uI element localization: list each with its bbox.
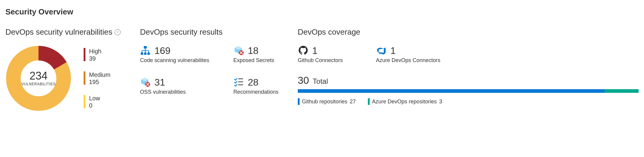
coverage-legend-azure[interactable]: Azure DevOps repositories 3 xyxy=(368,98,442,105)
info-icon[interactable]: i xyxy=(115,29,121,35)
coverage-legend-azure-label: Azure DevOps repositories xyxy=(372,99,437,105)
results-title: DevOps security results xyxy=(140,27,278,37)
metric-code-scanning-top: 169 xyxy=(140,45,209,56)
coverage-title: DevOps coverage xyxy=(298,27,639,37)
metric-azure-connectors[interactable]: 1 Azure DevOps Connectors xyxy=(376,45,440,64)
coverage-card: DevOps coverage 1 Github Connectors xyxy=(298,27,639,105)
metric-secrets-top: 18 xyxy=(233,45,279,56)
legend-tick-medium xyxy=(84,71,85,85)
metric-recommendations-value: 28 xyxy=(248,77,259,87)
vulnerabilities-card: DevOps security vulnerabilities i 234 VU… xyxy=(5,27,121,111)
coverage-legend-tick-github xyxy=(298,98,300,105)
cube-alert-icon xyxy=(140,77,151,88)
legend-label-low: Low xyxy=(89,95,100,102)
metric-oss-top: 31 xyxy=(140,77,209,88)
checklist-icon xyxy=(233,77,244,88)
svg-rect-7 xyxy=(238,81,243,82)
metric-azure-connectors-label: Azure DevOps Connectors xyxy=(376,57,440,64)
legend-tick-low xyxy=(84,95,85,108)
metric-oss[interactable]: 31 OSS vulnerabilities xyxy=(140,77,209,95)
metric-github-connectors-value: 1 xyxy=(312,46,318,55)
legend-label-high: High xyxy=(89,48,101,55)
coverage-bar xyxy=(298,89,639,93)
metric-azure-connectors-top: 1 xyxy=(376,45,440,56)
legend-value-high: 39 xyxy=(89,55,101,62)
sitemap-icon xyxy=(140,45,151,56)
legend-text-low: Low 0 xyxy=(89,95,100,109)
svg-rect-8 xyxy=(238,84,243,85)
coverage-legend-github-value: 27 xyxy=(350,99,356,105)
metric-code-scanning-label: Code scanning vulnerabilites xyxy=(140,57,209,64)
github-icon xyxy=(298,45,309,56)
legend-tick-high xyxy=(84,48,85,61)
metric-recommendations[interactable]: 28 Recommendations xyxy=(233,77,279,95)
metric-github-connectors-top: 1 xyxy=(298,45,343,56)
results-grid: 169 Code scanning vulnerabilites 18 Expo… xyxy=(140,45,278,95)
coverage-total-line: 30 Total xyxy=(298,74,639,86)
svg-rect-1 xyxy=(141,52,143,55)
coverage-legend-azure-value: 3 xyxy=(439,99,442,105)
vulnerabilities-title-text: DevOps security vulnerabilities xyxy=(5,27,112,37)
legend-text-medium: Medium 195 xyxy=(89,71,110,85)
metric-github-connectors-label: Github Connectors xyxy=(298,57,343,64)
results-card: DevOps security results 169 Code scannin… xyxy=(140,27,278,95)
metric-code-scanning-value: 169 xyxy=(154,46,170,55)
metric-secrets-value: 18 xyxy=(248,46,259,55)
legend-value-medium: 195 xyxy=(89,79,110,85)
metric-github-connectors[interactable]: 1 Github Connectors xyxy=(298,45,343,64)
svg-rect-2 xyxy=(144,52,146,55)
metric-oss-label: OSS vulnerabilities xyxy=(140,89,209,95)
security-overview-page: Security Overview DevOps security vulner… xyxy=(0,0,644,124)
svg-rect-3 xyxy=(147,52,150,55)
metric-secrets-label: Exposed Secrets xyxy=(233,57,279,64)
svg-rect-6 xyxy=(238,78,243,79)
donut-center-label: VULNERABILITIES xyxy=(21,82,56,86)
coverage-bar-github xyxy=(298,89,605,93)
metric-secrets[interactable]: 18 Exposed Secrets xyxy=(233,45,279,64)
metric-code-scanning[interactable]: 169 Code scanning vulnerabilites xyxy=(140,45,209,64)
coverage-legend-github-label: Github repositories xyxy=(302,99,347,105)
legend-row-high[interactable]: High 39 xyxy=(84,48,110,62)
metric-recommendations-label: Recommendations xyxy=(233,89,279,95)
vulnerabilities-legend: High 39 Medium 195 Low xyxy=(84,48,110,109)
legend-label-medium: Medium xyxy=(89,71,110,78)
coverage-total-label: Total xyxy=(313,77,328,86)
coverage-legend-tick-azure xyxy=(368,98,370,105)
donut-center-value: 234 xyxy=(29,71,48,81)
coverage-legend-github[interactable]: Github repositories 27 xyxy=(298,98,356,105)
azure-devops-icon xyxy=(376,45,387,56)
coverage-total-value: 30 xyxy=(298,74,309,86)
cards-row: DevOps security vulnerabilities i 234 VU… xyxy=(5,27,639,111)
page-title: Security Overview xyxy=(5,7,639,17)
metric-recommendations-top: 28 xyxy=(233,77,279,88)
svg-rect-0 xyxy=(144,46,147,49)
cube-alert-icon xyxy=(233,45,244,56)
donut-chart: 234 VULNERABILITIES xyxy=(5,45,72,111)
metric-azure-connectors-value: 1 xyxy=(390,46,396,55)
legend-text-high: High 39 xyxy=(89,48,101,62)
coverage-connectors-row: 1 Github Connectors 1 Azure DevOps Conne… xyxy=(298,45,639,64)
donut-wrap: 234 VULNERABILITIES High 39 xyxy=(5,45,121,111)
donut-center: 234 VULNERABILITIES xyxy=(5,45,72,111)
coverage-bar-azure xyxy=(605,89,639,93)
coverage-legend: Github repositories 27 Azure DevOps repo… xyxy=(298,98,639,105)
legend-row-medium[interactable]: Medium 195 xyxy=(84,71,110,85)
legend-row-low[interactable]: Low 0 xyxy=(84,95,110,109)
legend-value-low: 0 xyxy=(89,102,100,109)
metric-oss-value: 31 xyxy=(154,77,165,87)
vulnerabilities-title: DevOps security vulnerabilities i xyxy=(5,27,121,37)
